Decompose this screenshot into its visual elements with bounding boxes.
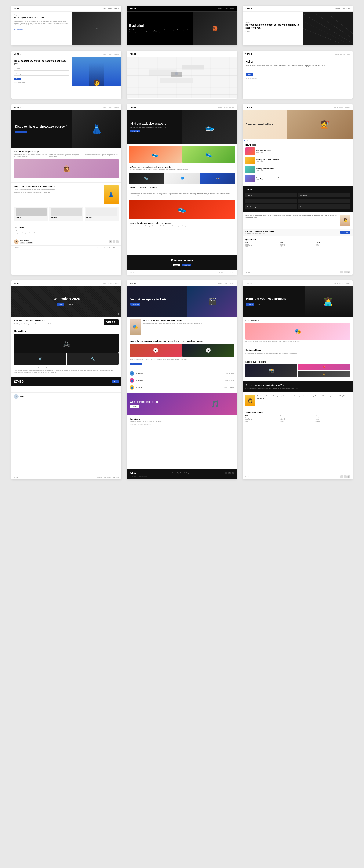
footer-link[interactable]: Gallery (108, 247, 111, 248)
nav-item[interactable]: About (224, 283, 228, 284)
buy-button[interactable]: Buy (112, 380, 119, 383)
topic-cooking[interactable]: Cooking recipe (245, 205, 297, 209)
tab-fork[interactable]: Fork (20, 388, 23, 391)
footer-link[interactable]: About (172, 472, 175, 474)
hero-cta[interactable]: Discover more (15, 131, 28, 133)
footer-link[interactable]: Contact (230, 272, 234, 273)
contact-button[interactable]: Contact us (130, 303, 141, 306)
social-tw-icon[interactable]: t (344, 475, 346, 478)
read-more-link[interactable]: Discover how → (13, 29, 23, 30)
hero-image: 🏀 (193, 11, 237, 45)
subscribe-button[interactable]: Subscribe (340, 231, 350, 234)
nav-item[interactable]: About (339, 106, 343, 108)
nav-item[interactable]: Blog (342, 8, 345, 9)
nav-item[interactable]: Menu (335, 53, 339, 55)
social-fb-icon[interactable]: f (340, 271, 343, 273)
nav-item[interactable]: Contact (229, 106, 234, 108)
footer-link[interactable]: Blog (177, 472, 179, 474)
footer-link[interactable]: Gallery (108, 477, 111, 478)
topic-decoration[interactable]: Decoration (298, 193, 350, 197)
send-button[interactable]: Send (246, 73, 253, 76)
nav-item[interactable]: Contact (345, 283, 350, 284)
nav-item[interactable]: About (108, 53, 112, 55)
social-tw[interactable]: t (113, 240, 115, 243)
q-col-header: Pro (280, 415, 315, 416)
blog-button[interactable]: Blog (255, 303, 262, 306)
social-ig-icon[interactable]: ig (347, 475, 350, 478)
nav-item[interactable]: Contact (345, 106, 350, 108)
nav-item[interactable]: Menu (103, 8, 107, 9)
footer-logo: VERSE (14, 247, 19, 248)
nav-item[interactable]: Menu (218, 106, 222, 108)
play-button[interactable]: ▶ (206, 348, 211, 352)
nav-item[interactable]: Contact (113, 8, 119, 9)
social-fb-icon[interactable]: f (225, 471, 228, 474)
nav-item[interactable]: About (339, 283, 343, 284)
nav-item[interactable]: About (108, 8, 112, 9)
footer-link[interactable]: Find (104, 247, 106, 248)
nav-item[interactable]: Menu (103, 283, 107, 284)
nav-item[interactable]: Contact (335, 8, 340, 9)
footer-links: Compass Find Gallery Make & use (97, 247, 119, 248)
nav-item[interactable]: Menu (334, 106, 338, 108)
nav-item[interactable]: About (108, 283, 112, 284)
nav-item[interactable]: Contact (340, 53, 345, 55)
email-input[interactable] (14, 67, 69, 70)
discover-more-button[interactable]: Discover more (130, 363, 142, 365)
nav-item[interactable]: Contact (113, 283, 119, 284)
shopnow-button[interactable]: Shop now (182, 264, 191, 267)
discover-button[interactable]: Discover (66, 303, 75, 306)
nav-item[interactable]: Contact (229, 283, 234, 284)
footer-link[interactable]: Conditions (219, 272, 224, 273)
footer-link[interactable]: Make & use (113, 247, 119, 248)
nav-item[interactable]: About (224, 106, 228, 108)
nav-item[interactable]: Blog (347, 53, 350, 55)
nav-item[interactable]: Menu (103, 53, 107, 55)
contact-button[interactable]: Contact (246, 303, 254, 306)
nav-item[interactable]: Menu (334, 283, 338, 284)
send-button[interactable]: Send (14, 78, 21, 80)
social-ig-icon[interactable]: ig (232, 471, 234, 474)
footer-link[interactable]: Contact (180, 472, 185, 474)
person-image: 🧑 (72, 57, 121, 86)
nav-item[interactable]: Contact (113, 106, 119, 108)
footer-link[interactable]: Make & use (113, 477, 119, 478)
footer-link[interactable]: Compass (97, 247, 102, 248)
social-tw-icon[interactable]: t (344, 271, 346, 273)
social-fb[interactable]: f (109, 240, 112, 243)
q-col: Web Design Development SEO (245, 242, 280, 248)
tab-gallery[interactable]: Gallery (25, 388, 29, 391)
signin-button[interactable]: Sign in (173, 264, 180, 267)
footer-link[interactable]: Compass (97, 477, 102, 478)
nav-item[interactable]: About (108, 106, 112, 108)
questions-section: Questions? Web Design Development SEO Pr… (243, 236, 353, 250)
nav-item[interactable]: Menu (103, 106, 107, 108)
social-ig-icon[interactable]: ig (347, 271, 350, 273)
play-button[interactable]: ▶ (153, 348, 158, 352)
clips-button[interactable]: Discover (130, 405, 139, 408)
tab-frame[interactable]: Frame (14, 388, 18, 391)
social-fb-icon[interactable]: f (340, 475, 343, 478)
topic-fashion[interactable]: Fashion (245, 193, 297, 197)
social-ig[interactable]: ig (116, 240, 119, 243)
post-date: 2 days ago (256, 151, 271, 153)
social-tw-icon[interactable]: t (228, 471, 231, 474)
message-input[interactable] (14, 72, 69, 75)
shop-now-button[interactable]: Shop now (130, 130, 140, 132)
nav-item[interactable]: About (224, 8, 228, 9)
product-img2: 👟 (182, 146, 236, 163)
dark-section (303, 11, 353, 45)
shop-button[interactable]: Shop (57, 303, 64, 306)
nav-item[interactable]: Menu (218, 283, 222, 284)
nav-item[interactable]: Contact (229, 8, 234, 9)
footer-link[interactable]: Privacy (225, 272, 230, 273)
nav-item[interactable]: Contact (113, 53, 119, 55)
topic-tips[interactable]: Tips (298, 205, 350, 209)
footer-link[interactable]: Find (104, 477, 106, 478)
tab-makeuse[interactable]: Make & use (32, 388, 39, 391)
topic-events[interactable]: Events (298, 198, 350, 204)
footer-link[interactable]: Shop (186, 472, 189, 474)
nav-item[interactable]: Menu (218, 8, 222, 9)
nav-item[interactable]: Shop (346, 8, 350, 9)
topic-beauty[interactable]: Beauty (245, 198, 297, 204)
